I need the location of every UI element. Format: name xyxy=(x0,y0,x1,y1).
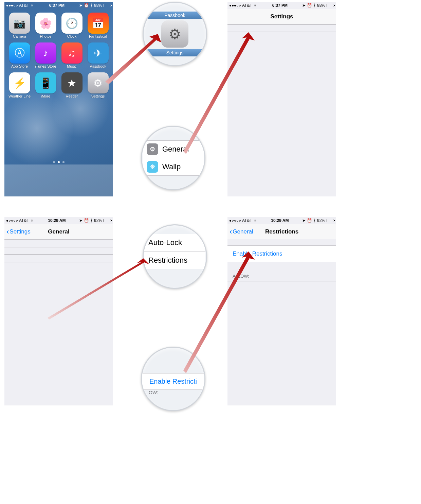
signal-icon xyxy=(230,220,241,222)
battery-label: 92% xyxy=(94,218,102,223)
bluetooth-icon: ᚼ xyxy=(90,3,93,8)
chevron-left-icon: ‹ xyxy=(6,228,9,236)
back-button[interactable]: ‹Settings xyxy=(6,228,31,236)
chevron-left-icon: ‹ xyxy=(230,228,232,236)
bluetooth-icon: ᚼ xyxy=(90,218,93,223)
wallpaper-icon: ❋ xyxy=(147,161,158,173)
alarm-icon: ⏰ xyxy=(307,218,312,223)
app-label: Fantastical xyxy=(89,34,107,38)
app-itunes store[interactable]: ♪ iTunes Store xyxy=(34,42,57,68)
app-icon: 🕐 xyxy=(61,13,83,34)
app-label: Reeder xyxy=(66,94,78,98)
status-bar: AT&T ᯤ 6:37 PM ➤ ⏰ ᚼ 88% xyxy=(4,2,113,9)
battery-icon xyxy=(327,4,334,7)
alarm-icon: ⏰ xyxy=(84,218,89,223)
app-icon: Ⓐ xyxy=(9,42,30,64)
nav-bar: ‹General Restrictions xyxy=(227,224,336,239)
restrictions-row: Restrictions xyxy=(144,251,205,269)
location-icon: ➤ xyxy=(302,218,306,223)
carrier-label: AT&T xyxy=(19,218,29,223)
magnifier-settings-icon: Passbook ⚙︎ Settings xyxy=(143,2,207,66)
signal-icon xyxy=(6,220,18,222)
allow-label: OW: xyxy=(142,390,158,395)
general-screen: AT&T ᯤ 10:29 AM ➤ ⏰ ᚼ 92% ‹Settings Gene… xyxy=(4,217,113,405)
status-time: 6:37 PM xyxy=(272,3,288,8)
settings-label: Settings xyxy=(144,49,206,56)
app-label: Settings xyxy=(91,94,105,98)
app-label: Camera xyxy=(13,34,26,38)
wifi-icon: ᯤ xyxy=(254,218,258,223)
bluetooth-icon: ᚼ xyxy=(313,218,316,223)
app-icon: 📅 xyxy=(88,13,109,34)
magnifier-restrictions-cell: Auto-Lock Restrictions xyxy=(143,224,207,289)
app-label: Clock xyxy=(67,34,77,38)
signal-icon xyxy=(6,5,18,6)
nav-bar: ‹Settings General xyxy=(4,224,113,239)
carrier-label: AT&T xyxy=(242,3,252,8)
nav-bar: Settings xyxy=(227,9,336,24)
battery-icon xyxy=(104,4,111,7)
app-music[interactable]: ♫ Music xyxy=(60,42,84,68)
app-label: Passbook xyxy=(90,64,106,68)
app-label: iTunes Store xyxy=(35,64,56,68)
app-passbook[interactable]: ✈ Passbook xyxy=(86,42,110,68)
app-reeder[interactable]: ★ Reeder xyxy=(60,72,84,98)
app-icon: ★ xyxy=(61,72,83,93)
bluetooth-icon: ᚼ xyxy=(313,3,316,8)
app-label: Music xyxy=(67,64,77,68)
location-icon: ➤ xyxy=(302,3,306,8)
wallpapers-row: ❋ Wallp xyxy=(143,158,204,176)
app-photos[interactable]: 🌸 Photos xyxy=(34,13,57,38)
enable-restrictions-button[interactable]: Enable Restrictions xyxy=(227,246,336,262)
location-icon: ➤ xyxy=(79,3,83,8)
app-icon: ✈ xyxy=(88,42,109,64)
carrier-label: AT&T xyxy=(19,3,29,8)
magnifier-enable-restrictions: Enable Restricti OW: xyxy=(141,347,205,411)
app-fantastical[interactable]: 📅 Fantastical xyxy=(86,13,110,38)
wifi-icon: ᯤ xyxy=(31,218,35,223)
app-label: App Store xyxy=(11,64,28,68)
app-clock[interactable]: 🕐 Clock xyxy=(60,13,84,38)
status-bar: AT&T ᯤ 10:29 AM ➤ ⏰ ᚼ 92% xyxy=(4,217,113,224)
settings-screen: AT&T ᯤ 6:37 PM ➤ ⏰ ᚼ 88% Settings xyxy=(227,2,336,196)
app-label: iMore xyxy=(41,94,51,98)
wifi-icon: ᯤ xyxy=(254,3,258,8)
battery-label: 88% xyxy=(317,3,325,8)
page-title: Restrictions xyxy=(265,228,298,235)
magnifier-general-cell: ⚙︎ General ❋ Wallp xyxy=(141,126,205,190)
battery-label: 92% xyxy=(317,218,325,223)
app-label: Photos xyxy=(40,34,51,38)
status-time: 10:29 AM xyxy=(271,218,289,223)
app-icon: 📷 xyxy=(9,13,30,34)
app-app store[interactable]: Ⓐ App Store xyxy=(8,42,31,68)
app-camera[interactable]: 📷 Camera xyxy=(8,13,31,38)
status-bar: AT&T ᯤ 10:29 AM ➤ ⏰ ᚼ 92% xyxy=(227,217,336,224)
app-settings[interactable]: ⚙ Settings xyxy=(86,72,110,98)
wifi-icon: ᯤ xyxy=(31,3,35,8)
battery-icon xyxy=(104,219,111,222)
app-label: Weather Line xyxy=(8,94,31,98)
enable-restrictions-label: Enable Restricti xyxy=(142,373,204,390)
status-bar: AT&T ᯤ 6:37 PM ➤ ⏰ ᚼ 88% xyxy=(227,2,336,9)
autolock-row: Auto-Lock xyxy=(144,234,205,251)
status-time: 10:29 AM xyxy=(48,218,66,223)
iphone-home-screen: AT&T ᯤ 6:37 PM ➤ ⏰ ᚼ 88% 📷 Camera 🌸 Phot… xyxy=(4,2,113,196)
app-icon: ♪ xyxy=(35,42,56,64)
app-icon: ⚙ xyxy=(88,72,109,93)
dock xyxy=(4,164,113,196)
alarm-icon: ⏰ xyxy=(84,3,89,8)
back-button[interactable]: ‹General xyxy=(230,228,253,236)
page-indicator[interactable] xyxy=(4,161,113,163)
app-imore[interactable]: 📱 iMore xyxy=(34,72,57,98)
allow-header: ALLOW: xyxy=(227,269,336,281)
app-weather line[interactable]: ⚡ Weather Line xyxy=(8,72,31,98)
page-title: General xyxy=(48,228,69,235)
battery-icon xyxy=(327,219,334,222)
restrictions-screen: AT&T ᯤ 10:29 AM ➤ ⏰ ᚼ 92% ‹General Restr… xyxy=(227,217,336,405)
battery-label: 88% xyxy=(94,3,102,8)
app-icon: ⚡ xyxy=(9,72,30,93)
carrier-label: AT&T xyxy=(242,218,252,223)
page-title: Settings xyxy=(270,13,293,20)
app-icon: 📱 xyxy=(35,72,56,93)
gear-icon: ⚙︎ xyxy=(161,20,188,48)
